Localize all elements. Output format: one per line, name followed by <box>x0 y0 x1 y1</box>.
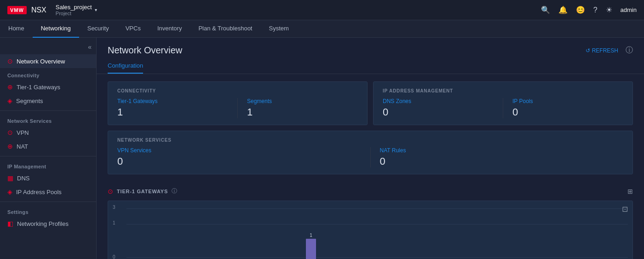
tab-configuration[interactable]: Configuration <box>108 59 143 74</box>
network-services-card-body: VPN Services 0 NAT Rules 0 <box>117 147 623 167</box>
y-axis-label-1: 1 <box>113 220 115 225</box>
sidebar-item-network-overview[interactable]: ⊙ Network Overview <box>0 54 96 68</box>
page-header: Network Overview ↺ REFRESH ⓘ <box>97 38 644 56</box>
user-icon[interactable]: 😊 <box>576 6 585 14</box>
content-area: Network Overview ↺ REFRESH ⓘ Configurati… <box>97 38 644 259</box>
sidebar-item-tier1-gateways[interactable]: ⊕ Tier-1 Gateways <box>0 80 96 94</box>
sidebar-section-connectivity: Connectivity <box>0 68 96 80</box>
networking-profiles-icon: ◧ <box>7 220 13 227</box>
sidebar-item-label: NAT <box>17 143 28 150</box>
segments-icon: ◈ <box>7 97 12 104</box>
network-overview-icon: ⊙ <box>7 58 13 65</box>
expand-chart-icon[interactable]: ⊡ <box>622 205 628 213</box>
summary-section: CONNECTIVITY Tier-1 Gateways 1 Segments … <box>97 74 644 187</box>
sidebar-section-settings: Settings <box>0 205 96 217</box>
sidebar-item-label: Tier-1 Gateways <box>17 84 60 91</box>
bar-chart: 1 <box>126 206 628 259</box>
metric-divider <box>237 98 238 118</box>
network-services-card-header: NETWORK SERVICES <box>117 138 623 143</box>
tier1-gateways-metric: Tier-1 Gateways 1 <box>117 98 228 118</box>
collapse-sidebar-button[interactable]: « <box>0 41 96 54</box>
chart-tier1-icon: ⊙ <box>108 188 113 195</box>
sidebar-divider-3 <box>0 201 96 202</box>
main-layout: « ⊙ Network Overview Connectivity ⊕ Tier… <box>0 38 644 259</box>
vpn-services-link[interactable]: VPN Services <box>117 147 361 154</box>
sidebar-item-networking-profiles[interactable]: ◧ Networking Profiles <box>0 217 96 230</box>
connectivity-card-header: CONNECTIVITY <box>117 88 358 93</box>
tab-security[interactable]: Security <box>79 20 117 38</box>
page-help-icon[interactable]: ⓘ <box>626 46 633 55</box>
chart-info-icon[interactable]: ⓘ <box>172 187 177 195</box>
search-icon[interactable]: 🔍 <box>541 6 550 14</box>
project-label: Project <box>56 11 92 16</box>
ip-management-card-header: IP ADDRESS MANAGEMENT <box>383 88 623 93</box>
segments-link[interactable]: Segments <box>247 98 358 104</box>
chart-expand-icon[interactable]: ⊞ <box>627 188 633 195</box>
sidebar-item-label: IP Address Pools <box>16 189 62 196</box>
top-bar: VMW NSX Sales_project Project ▾ 🔍 🔔 😊 ? … <box>0 0 644 20</box>
dns-icon: ▦ <box>7 174 13 182</box>
connectivity-card: CONNECTIVITY Tier-1 Gateways 1 Segments … <box>108 81 368 125</box>
sidebar-item-label: Network Overview <box>17 58 65 65</box>
y-axis-label-3: 3 <box>113 205 115 210</box>
sidebar-item-label: VPN <box>17 129 29 136</box>
ip-pools-icon: ◈ <box>7 188 12 196</box>
segments-metric: Segments 1 <box>247 98 358 118</box>
project-name: Sales_project <box>56 4 92 11</box>
tier1-gateways-value: 1 <box>117 106 228 118</box>
sidebar-item-label: DNS <box>17 175 29 182</box>
tab-system[interactable]: System <box>260 20 297 38</box>
nat-icon: ⊕ <box>7 143 13 150</box>
sidebar-item-vpn[interactable]: ⊙ VPN <box>0 126 96 139</box>
tier1-gateways-icon: ⊕ <box>7 83 13 91</box>
ip-management-card: IP ADDRESS MANAGEMENT DNS Zones 0 IP Poo… <box>373 81 633 125</box>
tab-home[interactable]: Home <box>0 20 33 38</box>
tab-inventory[interactable]: Inventory <box>149 20 190 38</box>
sidebar-item-label: Networking Profiles <box>17 220 69 227</box>
nav-tabs: Home Networking Security VPCs Inventory … <box>0 20 644 38</box>
y-axis-label-0: 0 <box>113 254 115 259</box>
sidebar-item-dns[interactable]: ▦ DNS <box>0 171 96 185</box>
tab-plan-troubleshoot[interactable]: Plan & Troubleshoot <box>190 20 260 38</box>
nat-rules-metric: NAT Rules 0 <box>380 147 624 167</box>
refresh-icon: ↺ <box>586 47 590 54</box>
content-tabs: Configuration <box>97 59 644 74</box>
chevron-down-icon: ▾ <box>95 7 97 12</box>
chart-container: 3 1 0 1 ⊡ <box>108 201 633 259</box>
dns-zones-link[interactable]: DNS Zones <box>383 98 494 104</box>
nat-rules-link[interactable]: NAT Rules <box>380 147 624 154</box>
app-title: NSX <box>31 6 46 14</box>
header-actions: 🔍 🔔 😊 ? ☀ admin <box>541 6 637 14</box>
network-services-card: NETWORK SERVICES VPN Services 0 NAT Rule… <box>108 131 633 174</box>
sidebar-item-nat[interactable]: ⊕ NAT <box>0 139 96 153</box>
chart-title: TIER-1 GATEWAYS <box>117 189 168 194</box>
help-icon[interactable]: ? <box>593 6 598 14</box>
bar-label: 1 <box>310 233 312 238</box>
sidebar: « ⊙ Network Overview Connectivity ⊕ Tier… <box>0 38 97 259</box>
sidebar-item-ip-address-pools[interactable]: ◈ IP Address Pools <box>0 185 96 199</box>
refresh-button[interactable]: ↺ REFRESH <box>582 46 622 56</box>
segments-value: 1 <box>247 106 358 118</box>
summary-row-1: CONNECTIVITY Tier-1 Gateways 1 Segments … <box>108 81 633 131</box>
tab-networking[interactable]: Networking <box>33 20 79 38</box>
chart-section: ⊙ TIER-1 GATEWAYS ⓘ ⊞ 3 1 0 1 <box>97 187 644 259</box>
sidebar-section-ip-management: IP Management <box>0 159 96 171</box>
tier1-gateways-link[interactable]: Tier-1 Gateways <box>117 98 228 104</box>
ip-management-card-body: DNS Zones 0 IP Pools 0 <box>383 98 623 118</box>
ip-pools-value: 0 <box>512 106 623 118</box>
metric-divider-2 <box>503 98 503 118</box>
connectivity-card-body: Tier-1 Gateways 1 Segments 1 <box>117 98 358 118</box>
sidebar-item-segments[interactable]: ◈ Segments <box>0 94 96 108</box>
ip-pools-link[interactable]: IP Pools <box>512 98 623 104</box>
notification-icon[interactable]: 🔔 <box>558 6 568 14</box>
tab-vpcs[interactable]: VPCs <box>117 20 149 38</box>
metric-divider-3 <box>370 147 371 167</box>
chart-bar <box>306 239 316 259</box>
admin-label: admin <box>621 6 637 13</box>
chart-header: ⊙ TIER-1 GATEWAYS ⓘ ⊞ <box>108 187 633 195</box>
vmware-logo: VMW <box>7 6 27 14</box>
vpn-services-metric: VPN Services 0 <box>117 147 361 167</box>
project-selector[interactable]: Sales_project Project ▾ <box>56 4 97 16</box>
theme-icon[interactable]: ☀ <box>606 6 612 14</box>
sidebar-divider-2 <box>0 156 96 156</box>
